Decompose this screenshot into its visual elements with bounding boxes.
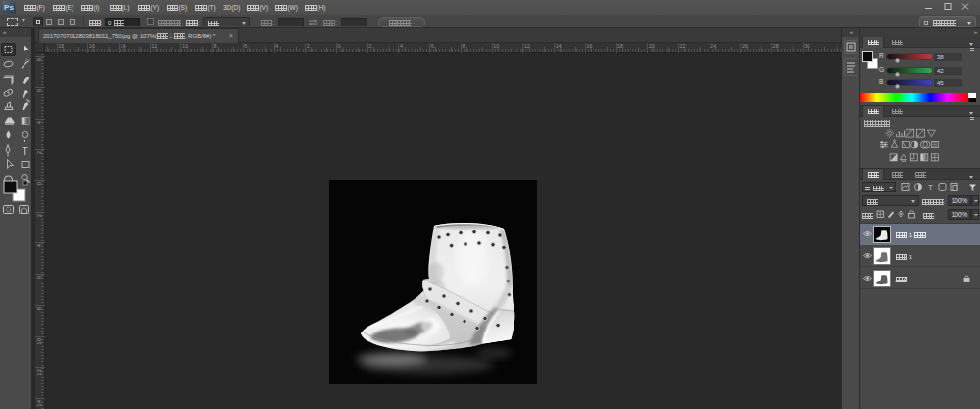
svg-text:T: T (928, 183, 933, 192)
svg-text:T: T (23, 146, 28, 157)
